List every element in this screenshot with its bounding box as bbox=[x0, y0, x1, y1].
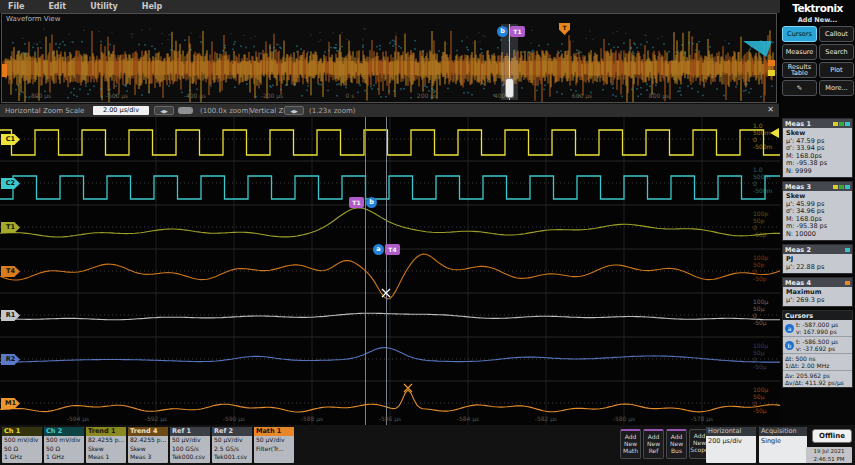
scale-value: 50p bbox=[753, 217, 768, 224]
badge-title: Ref 1 bbox=[170, 427, 210, 436]
channel-badge-ref-1[interactable]: Ref 150 µV/div100 GS/sTek000.csv bbox=[170, 427, 210, 463]
cursors-title: Cursors bbox=[785, 312, 813, 320]
badge-meas1[interactable]: Meas 1Skewµ': 47.59 psσ': 33.94 psM: 168… bbox=[782, 118, 853, 178]
meas1-body: Skewµ': 47.59 psσ': 33.94 psM: 168.0psm:… bbox=[783, 128, 852, 177]
svg-text:-580 µs: -580 µs bbox=[613, 415, 635, 423]
meas3-stat: N: 10000 bbox=[786, 231, 849, 239]
channel-badge-ch-1[interactable]: Ch 1500 mV/div50 Ω1 GHz bbox=[2, 427, 42, 463]
meas1-source-chips bbox=[832, 122, 850, 126]
badge-meas4[interactable]: Meas 4Maximumµ': 269.3 ps bbox=[782, 277, 853, 307]
cursor-a-marker[interactable]: a bbox=[373, 244, 384, 255]
svg-text:-200 µs: -200 µs bbox=[261, 92, 283, 100]
scale-ladder-c2: 1.0500m0-500m bbox=[753, 166, 772, 194]
add-new-math-button[interactable]: AddNewMath bbox=[620, 429, 641, 459]
cursor-a-source-flag[interactable]: T4 bbox=[385, 244, 400, 255]
horizontal-scale-value: 200 µs/div bbox=[706, 436, 756, 446]
scale-value: -50µ bbox=[753, 407, 768, 414]
horizontal-zoom-scale-value[interactable]: 2.00 µs/div bbox=[93, 106, 149, 115]
scale-value: 0 bbox=[753, 312, 768, 319]
vertical-zoom-stepper[interactable]: ◀▶ bbox=[284, 106, 304, 115]
cursor-readout-value: t: -587.000 µs bbox=[796, 321, 838, 328]
overview-cursor-b-marker[interactable]: b bbox=[497, 26, 508, 37]
svg-text:0 s: 0 s bbox=[346, 92, 355, 99]
svg-text:-578 µs: -578 µs bbox=[691, 415, 713, 423]
horizontal-badge[interactable]: Horizontal 200 µs/div bbox=[706, 427, 756, 463]
add-new-label: Add New... bbox=[780, 16, 855, 24]
overview-title: Waveform View bbox=[6, 15, 60, 23]
zoom-window-handle[interactable] bbox=[505, 78, 514, 98]
addnew-results-table-button[interactable]: Results Table bbox=[782, 62, 817, 78]
menu-item-help[interactable]: Help bbox=[142, 2, 163, 11]
add-button-line: Bus bbox=[667, 447, 686, 454]
source-chip bbox=[833, 185, 838, 189]
channel-badge-trend-1[interactable]: Trend 182.4255 p...SkewMeas 1 bbox=[86, 427, 126, 463]
scale-value: 100µ bbox=[753, 386, 768, 393]
menu-item-utility[interactable]: Utility bbox=[90, 2, 118, 11]
cursor-b-source-flag[interactable]: T1 bbox=[349, 197, 364, 208]
scale-value: -50p bbox=[753, 231, 768, 238]
addnew-plot-button[interactable]: Plot bbox=[819, 62, 854, 78]
cursor-b-badge-icon: b bbox=[785, 341, 794, 350]
addnew-search-button[interactable]: Search bbox=[819, 44, 854, 60]
addnew-draw-button[interactable]: ✎ bbox=[782, 80, 817, 96]
scale-value: 500m bbox=[753, 173, 772, 180]
overview-cursor-source-flag[interactable]: T1 bbox=[510, 26, 525, 37]
scale-value: 50µ bbox=[753, 393, 768, 400]
cursor-readout-lines: Δv: 205.962 psΔv/Δt: 411.92 ps/µs bbox=[785, 372, 844, 386]
svg-text:-800 µs: -800 µs bbox=[29, 92, 51, 100]
scale-ladder-t1: 100p50p0-50p bbox=[753, 210, 768, 238]
badge-setting: 50 Ω bbox=[44, 445, 84, 454]
badge-setting: 50 µV/div bbox=[170, 436, 210, 445]
addnew-cursors-button[interactable]: Cursors bbox=[782, 26, 817, 42]
close-zoom-icon[interactable]: ✕ bbox=[767, 105, 774, 114]
badge-setting: 100 GS/s bbox=[170, 445, 210, 454]
scale-value: 1.0 bbox=[753, 166, 772, 173]
acquisition-badge[interactable]: Acquisition Single bbox=[759, 427, 807, 463]
badge-setting: 82.4255 p... bbox=[86, 436, 126, 445]
add-new-bus-button[interactable]: AddNewBus bbox=[666, 429, 687, 459]
badge-cursors[interactable]: Cursorsat: -587.000 µsv: 167.990 psbt: -… bbox=[782, 310, 853, 388]
meas4-source-chips bbox=[844, 281, 850, 285]
svg-text:-400 µs: -400 µs bbox=[184, 92, 206, 100]
scale-ladder-r2: 100µ50µ0-50µ bbox=[753, 342, 768, 370]
horizontal-zoom-stepper[interactable]: ◀▶ bbox=[154, 106, 174, 115]
scale-value: 0 bbox=[753, 356, 768, 363]
meas2-source-chips bbox=[844, 248, 850, 252]
badge-setting: 50 µV/div bbox=[212, 436, 252, 445]
cursor-readout-value: v: -37.692 ps bbox=[796, 345, 838, 352]
badge-meas2[interactable]: Meas 2PJµ': 22.88 ps bbox=[782, 244, 853, 274]
channel-badge-ch-2[interactable]: Ch 2500 mV/div50 Ω1 GHz bbox=[44, 427, 84, 463]
meas1-header: Meas 1 bbox=[783, 119, 852, 128]
menu-item-file[interactable]: File bbox=[8, 2, 24, 11]
offline-button[interactable]: Offline bbox=[812, 429, 852, 443]
channel-badge-math-1[interactable]: Math 150 µV/divFilter(Tr... bbox=[254, 427, 294, 463]
scale-ladder-c1: 1.0500m0-500m bbox=[753, 122, 772, 150]
addnew-callout-button[interactable]: Callout bbox=[819, 26, 854, 42]
add-button-line: New bbox=[621, 440, 640, 447]
scale-value: 50p bbox=[753, 261, 768, 268]
cursor-b-marker[interactable]: b bbox=[366, 197, 377, 208]
scale-value: -50µ bbox=[753, 319, 768, 326]
horizontal-zoom-factor: (100.0x zoom) bbox=[200, 107, 251, 115]
cursors-header: Cursors bbox=[783, 311, 852, 320]
waveform-overview-panel[interactable]: Waveform View -800 µs-600 µs-400 µs-200 … bbox=[1, 13, 777, 103]
scale-value: -500m bbox=[753, 187, 772, 194]
badge-title: Trend 1 bbox=[86, 427, 126, 436]
addnew-measure-button[interactable]: Measure bbox=[782, 44, 817, 60]
channel-badge-trend-4[interactable]: Trend 482.4255 p...SkewMeas 3 bbox=[128, 427, 168, 463]
addnew-more-button[interactable]: More... bbox=[819, 80, 854, 96]
scale-ladder-m1: 100µ50µ0-50µ bbox=[753, 386, 768, 414]
badge-title: Ch 1 bbox=[2, 427, 42, 436]
meas4-header: Meas 4 bbox=[783, 278, 852, 287]
badge-setting: Tek001.csv bbox=[212, 453, 252, 462]
horizontal-zoom-slider[interactable] bbox=[178, 107, 193, 114]
settings-bar: Ch 1500 mV/div50 Ω1 GHzCh 2500 mV/div50 … bbox=[0, 425, 855, 465]
source-chip bbox=[845, 185, 850, 189]
channel-badge-ref-2[interactable]: Ref 250 µV/div2.5 GS/sTek001.csv bbox=[212, 427, 252, 463]
menu-bar: FileEditUtilityHelp bbox=[0, 0, 780, 13]
meas2-header: Meas 2 bbox=[783, 245, 852, 254]
zoomed-waveform-view[interactable]: -594 µs-592 µs-590 µs-588 µs-586 µs-584 … bbox=[0, 117, 780, 425]
menu-item-edit[interactable]: Edit bbox=[48, 2, 66, 11]
badge-meas3[interactable]: Meas 3Skewµ': 45.99 psσ': 34.96 psM: 168… bbox=[782, 181, 853, 241]
add-new-ref-button[interactable]: AddNewRef bbox=[643, 429, 664, 459]
